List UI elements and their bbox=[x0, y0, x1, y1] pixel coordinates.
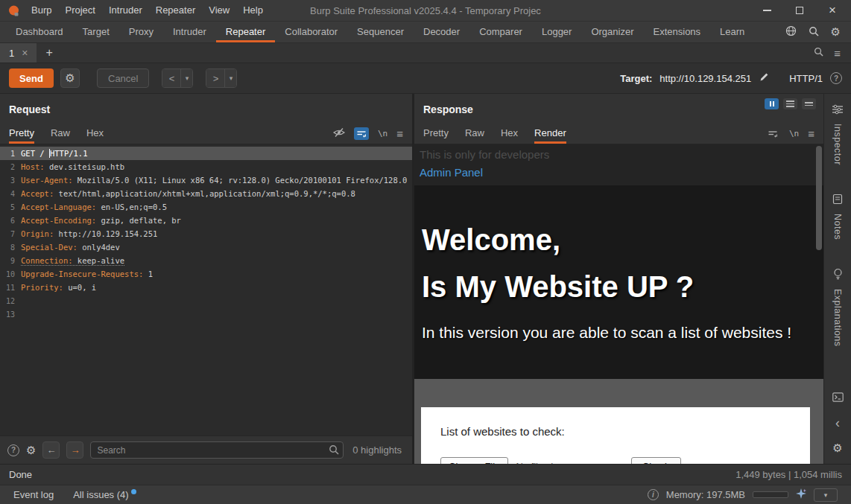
globe-icon[interactable] bbox=[785, 25, 797, 39]
close-tab-icon[interactable]: × bbox=[22, 47, 28, 59]
menu-view[interactable]: View bbox=[202, 0, 236, 21]
tab-menu-icon[interactable]: ≡ bbox=[834, 47, 841, 60]
history-forward-button[interactable]: > ▾ bbox=[206, 68, 237, 88]
tab-target[interactable]: Target bbox=[73, 22, 119, 42]
response-show-newlines-icon[interactable]: \n bbox=[789, 129, 799, 138]
maximize-icon[interactable] bbox=[794, 4, 805, 16]
response-render[interactable]: This is only for developers Admin Panel … bbox=[414, 144, 823, 464]
request-line-8[interactable]: 8Special-Dev: only4dev bbox=[0, 240, 412, 254]
tab-decoder[interactable]: Decoder bbox=[414, 22, 469, 42]
request-tab-raw[interactable]: Raw bbox=[51, 125, 70, 144]
history-forward-dropdown-icon[interactable]: ▾ bbox=[224, 69, 236, 87]
add-tab-button[interactable]: + bbox=[37, 43, 61, 63]
tab-comparer[interactable]: Comparer bbox=[469, 22, 532, 42]
right-sidebar: Inspector Notes Explanations ‹ ⚙ bbox=[823, 94, 851, 464]
history-forward-icon[interactable]: > bbox=[206, 69, 224, 87]
layout-rows-button[interactable] bbox=[783, 98, 797, 109]
line-text: Host: dev.siteisup.htb bbox=[21, 162, 124, 171]
search-magnifier-icon bbox=[329, 444, 339, 457]
soft-wrap-icon[interactable] bbox=[354, 127, 369, 140]
menu-burp[interactable]: Burp bbox=[25, 0, 58, 21]
request-tab-hex[interactable]: Hex bbox=[86, 125, 104, 144]
sidebar-item-explanations[interactable]: Explanations bbox=[832, 268, 843, 347]
prev-match-icon[interactable]: ← bbox=[42, 441, 60, 459]
request-line-1[interactable]: 1GET / HTTP/1.1 bbox=[0, 147, 412, 160]
ai-sparkle-icon[interactable] bbox=[796, 488, 806, 501]
menu-intruder[interactable]: Intruder bbox=[102, 0, 149, 21]
response-menu-icon[interactable]: ≡ bbox=[808, 127, 814, 140]
search-settings-gear-icon[interactable]: ⚙ bbox=[26, 444, 36, 457]
help-icon[interactable]: ? bbox=[830, 72, 842, 84]
repeater-tab-1[interactable]: 1 × bbox=[0, 43, 37, 63]
response-tab-hex[interactable]: Hex bbox=[501, 125, 518, 144]
menu-help[interactable]: Help bbox=[236, 0, 270, 21]
sidebar-item-inspector[interactable]: Inspector bbox=[832, 104, 844, 165]
edit-target-pencil-icon[interactable] bbox=[759, 71, 770, 85]
request-line-11[interactable]: 11Priority: u=0, i bbox=[0, 281, 412, 294]
request-line-9[interactable]: 9Connection: keep-alive bbox=[0, 254, 412, 267]
admin-panel-link[interactable]: Admin Panel bbox=[420, 166, 483, 179]
tab-repeater[interactable]: Repeater bbox=[216, 22, 275, 42]
send-settings-gear-icon[interactable]: ⚙ bbox=[60, 68, 80, 88]
line-number: 5 bbox=[3, 203, 15, 211]
choose-file-button[interactable]: Choose File bbox=[440, 457, 508, 464]
response-tab-render[interactable]: Render bbox=[534, 125, 566, 144]
menu-repeater[interactable]: Repeater bbox=[149, 0, 202, 21]
history-back-button[interactable]: < ▾ bbox=[162, 68, 193, 88]
search-tabs-icon[interactable] bbox=[814, 47, 823, 59]
tab-dashboard[interactable]: Dashboard bbox=[6, 22, 73, 42]
sidebar-item-notes[interactable]: Notes bbox=[832, 194, 843, 240]
request-editor[interactable]: 1GET / HTTP/1.12Host: dev.siteisup.htb3U… bbox=[0, 144, 412, 436]
request-line-10[interactable]: 10Upgrade-Insecure-Requests: 1 bbox=[0, 267, 412, 281]
tab-organizer[interactable]: Organizer bbox=[581, 22, 643, 42]
close-icon[interactable]: × bbox=[827, 4, 838, 16]
layout-pause-button[interactable] bbox=[765, 98, 779, 109]
cancel-button[interactable]: Cancel bbox=[97, 68, 149, 88]
tab-proxy[interactable]: Proxy bbox=[119, 22, 163, 42]
request-line-12[interactable]: 12 bbox=[0, 294, 412, 307]
response-soft-wrap-icon[interactable] bbox=[765, 127, 780, 140]
send-button[interactable]: Send bbox=[9, 68, 54, 88]
request-line-3[interactable]: 3User-Agent: Mozilla/5.0 (X11; Linux x86… bbox=[0, 173, 412, 187]
response-scrollbar-thumb[interactable] bbox=[816, 146, 822, 250]
request-line-7[interactable]: 7Origin: http://10.129.154.251 bbox=[0, 227, 412, 240]
search-input[interactable] bbox=[90, 441, 344, 459]
check-button[interactable]: Check bbox=[631, 457, 681, 464]
tab-logger[interactable]: Logger bbox=[532, 22, 581, 42]
layout-columns-button[interactable] bbox=[802, 98, 816, 109]
request-line-6[interactable]: 6Accept-Encoding: gzip, deflate, br bbox=[0, 214, 412, 227]
request-line-4[interactable]: 4Accept: text/html,application/xhtml+xml… bbox=[0, 187, 412, 200]
console-terminal-icon[interactable] bbox=[832, 392, 844, 404]
collapse-sidebar-chevron-icon[interactable]: ‹ bbox=[835, 418, 840, 428]
bottom-dropdown-button[interactable]: ▾ bbox=[814, 488, 838, 502]
search-help-icon[interactable]: ? bbox=[7, 444, 19, 456]
response-tab-raw[interactable]: Raw bbox=[465, 125, 484, 144]
protocol-label[interactable]: HTTP/1 bbox=[789, 73, 823, 84]
response-view-tabs: Pretty Raw Hex Render \n ≡ bbox=[414, 124, 823, 144]
tab-learn[interactable]: Learn bbox=[710, 22, 754, 42]
tab-intruder[interactable]: Intruder bbox=[163, 22, 216, 42]
sidebar-gear-icon[interactable]: ⚙ bbox=[832, 441, 842, 455]
menu-project[interactable]: Project bbox=[58, 0, 101, 21]
history-back-icon[interactable]: < bbox=[162, 69, 180, 87]
response-tab-pretty[interactable]: Pretty bbox=[423, 125, 449, 144]
info-icon[interactable]: i bbox=[648, 489, 659, 500]
tab-extensions[interactable]: Extensions bbox=[644, 22, 711, 42]
request-line-5[interactable]: 5Accept-Language: en-US,en;q=0.5 bbox=[0, 200, 412, 214]
tab-sequencer[interactable]: Sequencer bbox=[347, 22, 414, 42]
search-icon[interactable] bbox=[809, 26, 819, 39]
request-line-13[interactable]: 13 bbox=[0, 307, 412, 321]
minimize-icon[interactable] bbox=[762, 4, 772, 16]
line-number: 8 bbox=[3, 243, 15, 252]
tab-collaborator[interactable]: Collaborator bbox=[275, 22, 347, 42]
history-back-dropdown-icon[interactable]: ▾ bbox=[180, 69, 192, 87]
hide-nonprintable-eye-icon[interactable] bbox=[333, 127, 345, 140]
show-newlines-icon[interactable]: \n bbox=[378, 129, 387, 138]
request-line-2[interactable]: 2Host: dev.siteisup.htb bbox=[0, 160, 412, 173]
event-log-button[interactable]: Event log bbox=[13, 489, 54, 500]
request-tab-pretty[interactable]: Pretty bbox=[9, 125, 34, 144]
settings-gear-icon[interactable]: ⚙ bbox=[831, 25, 841, 39]
next-match-icon[interactable]: → bbox=[66, 441, 83, 459]
request-menu-icon[interactable]: ≡ bbox=[396, 127, 403, 140]
all-issues-button[interactable]: All issues (4) bbox=[73, 489, 136, 500]
